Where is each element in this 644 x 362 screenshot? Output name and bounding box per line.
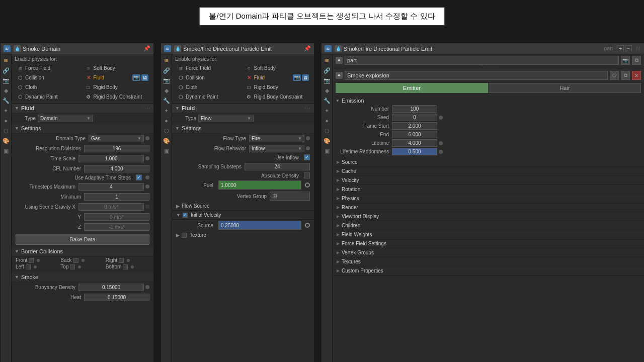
flow-type-dot[interactable] [306, 136, 310, 140]
sidebar1-icon-0[interactable]: ≋ [2, 56, 11, 65]
timesteps-max-value[interactable]: 4 [78, 183, 144, 191]
panel3-expand[interactable]: ⊡ [636, 45, 641, 52]
init-vel-checkbox[interactable]: ✓ [183, 213, 188, 218]
physics-rigid-body[interactable]: □ Rigid Body [83, 82, 151, 92]
p2-rigid-body[interactable]: □ Rigid Body [244, 82, 311, 92]
absolute-checkbox[interactable] [304, 172, 310, 178]
sidebar2-icon-3[interactable]: ◆ [162, 86, 171, 95]
sidebar3-icon-4[interactable]: 🔧 [323, 96, 332, 105]
emit-frame-start-value[interactable]: 2.000 [392, 122, 437, 130]
p2-fluid[interactable]: ✕ Fluid 📷 🖥 [244, 73, 311, 82]
section-force-field-settings[interactable]: ▶ Force Field Settings [333, 239, 644, 248]
p2-rigid-constraint[interactable]: ⚙ Rigid Body Constraint [244, 92, 311, 101]
sidebar2-icon-1[interactable]: 🔗 [162, 66, 171, 75]
adaptive-checkbox[interactable]: ✓ [136, 174, 142, 180]
sidebar2-icon-9[interactable]: ▣ [162, 146, 171, 155]
section-textures[interactable]: ▶ Textures [333, 257, 644, 266]
fluid-camera-icon[interactable]: 📷 [132, 74, 140, 81]
sidebar3-icon-7[interactable]: ⬡ [323, 126, 332, 135]
gravity-z-value[interactable]: -1 m/s² [84, 223, 149, 231]
physics-collision[interactable]: ⬡ Collision [15, 73, 83, 82]
preset-name-field[interactable]: Smoke explosion [345, 71, 608, 80]
sidebar3-icon-0[interactable]: ≋ [323, 56, 332, 65]
time-scale-value[interactable]: 1.000 [78, 155, 144, 162]
sidebar2-icon-2[interactable]: 📷 [162, 76, 171, 85]
texture-checkbox[interactable] [182, 233, 187, 238]
gravity-x-value[interactable]: 0 m/s² [78, 203, 144, 211]
sidebar1-icon-7[interactable]: ⬡ [2, 126, 11, 135]
panel1-settings-header[interactable]: ▼ Settings [12, 124, 153, 133]
sampling-value[interactable]: 24 [245, 163, 310, 170]
section-custom-props[interactable]: ▶ Custom Properties [333, 266, 644, 276]
heat-value[interactable]: 0.15000 [84, 294, 149, 301]
p2-collision[interactable]: ⬡ Collision [175, 73, 243, 82]
adaptive-dot[interactable] [145, 175, 149, 179]
flow-behavior-dropdown[interactable]: Inflow ▼ [249, 145, 304, 152]
p2-type-dropdown[interactable]: Flow ▼ [198, 115, 254, 122]
smoke-section-header[interactable]: ▼ Smoke [12, 273, 153, 282]
sidebar3-icon-8[interactable]: 🎨 [323, 136, 332, 145]
sidebar2-icon-5[interactable]: ✦ [162, 106, 171, 115]
section-cache[interactable]: ▶ Cache [333, 167, 644, 176]
section-rotation[interactable]: ▶ Rotation [333, 185, 644, 194]
particle-name-input[interactable] [345, 56, 619, 65]
emit-number-value[interactable]: 100 [392, 105, 437, 113]
section-render[interactable]: ▶ Render [333, 203, 644, 212]
physics-rigid-body-constraint[interactable]: ⚙ Rigid Body Constraint [83, 92, 151, 101]
tab-hair[interactable]: Hair [489, 83, 641, 93]
border-left-dot[interactable] [34, 265, 37, 268]
border-back-checkbox[interactable] [73, 258, 78, 263]
preset-close-btn[interactable]: ✕ [632, 71, 641, 80]
sidebar3-icon-1[interactable]: 🔗 [323, 66, 332, 75]
flow-behavior-dot[interactable] [306, 146, 310, 150]
texture-header[interactable]: ▶ Texture [172, 231, 314, 239]
gravity-y-value[interactable]: 0 m/s² [84, 213, 149, 221]
border-bottom-dot[interactable] [131, 265, 134, 268]
preset-shield-btn[interactable]: 🛡 [610, 71, 619, 80]
border-right-dot[interactable] [127, 259, 130, 262]
fluid-render-icon[interactable]: 🖥 [141, 74, 148, 81]
panel1-pin[interactable]: 📌 [143, 45, 150, 52]
border-front-dot[interactable] [37, 259, 40, 262]
p2-fluid-cam[interactable]: 📷 [293, 74, 301, 81]
border-left-checkbox[interactable] [26, 264, 31, 269]
emit-lifetime-rand-value[interactable]: 0.500 [392, 148, 437, 155]
sidebar2-icon-8[interactable]: 🎨 [162, 136, 171, 145]
physics-cloth[interactable]: ⬡ Cloth [15, 82, 83, 92]
p2-force-field[interactable]: ≋ Force Field [175, 63, 243, 72]
sidebar3-icon-3[interactable]: ◆ [323, 86, 332, 95]
resolution-value[interactable]: 196 [84, 145, 149, 152]
flow-source-header[interactable]: ▶ Flow Source [172, 202, 314, 211]
panel1-fluid-header[interactable]: ▼ Fluid ··· [12, 104, 153, 113]
physics-fluid[interactable]: ✕ Fluid 📷 🖥 [83, 73, 151, 82]
buoyancy-dot[interactable] [145, 285, 149, 289]
sidebar1-icon-3[interactable]: ◆ [2, 86, 11, 95]
sidebar1-icon-6[interactable]: ● [2, 116, 11, 125]
p2-soft-body[interactable]: ○ Soft Body [244, 63, 311, 72]
border-front-checkbox[interactable] [29, 258, 34, 263]
sidebar3-icon-9[interactable]: ▣ [323, 146, 332, 155]
panel2-pin[interactable]: 📌 [304, 45, 311, 52]
panel2-fluid-header[interactable]: ▼ Fluid ··· [172, 104, 314, 113]
emit-lifetime-rand-dot[interactable] [439, 150, 443, 154]
panel3-minus-btn[interactable]: − [625, 45, 632, 52]
section-vertex-groups[interactable]: ▶ Vertex Groups [333, 248, 644, 257]
border-section-header[interactable]: ▼ Border Collisions [12, 247, 153, 256]
section-physics[interactable]: ▶ Physics [333, 194, 644, 203]
emit-seed-value[interactable]: 0 [392, 114, 437, 121]
time-scale-dot[interactable] [145, 156, 149, 160]
sidebar1-icon-2[interactable]: 📷 [2, 76, 11, 85]
p2-fluid-render[interactable]: 🖥 [302, 74, 309, 81]
sidebar1-icon-8[interactable]: 🎨 [2, 136, 11, 145]
border-top-dot[interactable] [78, 265, 81, 268]
particle-copy-btn[interactable]: ⧉ [632, 56, 641, 65]
sidebar3-icon-2[interactable]: 📷 [323, 76, 332, 85]
sidebar2-icon-0[interactable]: ≋ [162, 56, 171, 65]
emit-seed-dot[interactable] [439, 116, 443, 120]
sidebar2-icon-4[interactable]: 🔧 [162, 96, 171, 105]
physics-soft-body[interactable]: ○ Soft Body [83, 63, 151, 72]
sidebar1-icon-1[interactable]: 🔗 [2, 66, 11, 75]
domain-type-dot[interactable] [145, 136, 149, 140]
sidebar2-icon-7[interactable]: ⬡ [162, 126, 171, 135]
section-children[interactable]: ▶ Children [333, 221, 644, 230]
